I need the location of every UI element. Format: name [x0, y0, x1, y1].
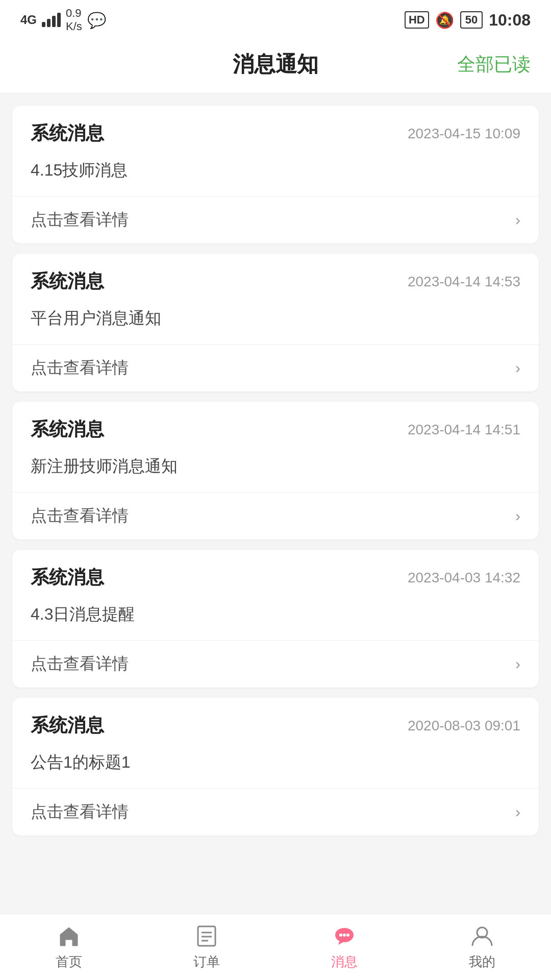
- notification-card-5: 系统消息 2020-08-03 09:01 公告1的标题1 点击查看详情 ›: [12, 698, 539, 836]
- card-body-5: 公告1的标题1: [12, 747, 539, 789]
- status-right: HD 🔕 50 10:08: [405, 11, 531, 30]
- chevron-right-icon: ›: [515, 507, 520, 525]
- network-speed: 0.9K/s: [66, 7, 82, 34]
- page-header: 消息通知 全部已读: [0, 36, 551, 93]
- tab-mine[interactable]: 我的: [413, 923, 551, 971]
- mine-icon: [469, 923, 495, 949]
- card-time-3: 2023-04-14 14:51: [408, 422, 520, 438]
- chevron-right-icon: ›: [515, 359, 520, 377]
- order-icon: [194, 923, 219, 949]
- clock-time: 10:08: [489, 11, 531, 30]
- card-time-5: 2020-08-03 09:01: [408, 718, 520, 734]
- card-header-5: 系统消息 2020-08-03 09:01: [12, 698, 539, 747]
- card-body-4: 4.3日消息提醒: [12, 599, 539, 641]
- card-time-2: 2023-04-14 14:53: [408, 274, 520, 290]
- home-icon: [56, 923, 82, 949]
- tab-message[interactable]: 消息: [276, 923, 413, 971]
- signal-bars: [42, 13, 61, 27]
- battery-icon: 50: [460, 11, 483, 29]
- card-title-4: 系统消息: [31, 565, 104, 590]
- svg-point-6: [343, 934, 346, 937]
- card-body-1: 4.15技师消息: [12, 155, 539, 197]
- card-time-1: 2023-04-15 10:09: [408, 126, 520, 142]
- tab-order[interactable]: 订单: [138, 923, 276, 971]
- tab-home[interactable]: 首页: [0, 923, 138, 971]
- tab-home-label: 首页: [56, 953, 82, 971]
- card-header-2: 系统消息 2023-04-14 14:53: [12, 254, 539, 303]
- tab-mine-label: 我的: [469, 953, 495, 971]
- notification-bell-icon: 🔕: [435, 11, 454, 29]
- notification-card-4: 系统消息 2023-04-03 14:32 4.3日消息提醒 点击查看详情 ›: [12, 550, 539, 688]
- notification-list: 系统消息 2023-04-15 10:09 4.15技师消息 点击查看详情 › …: [0, 93, 551, 907]
- card-action-label-5: 点击查看详情: [31, 801, 129, 823]
- card-body-2: 平台用户消息通知: [12, 303, 539, 345]
- card-action-label-4: 点击查看详情: [31, 653, 129, 675]
- tab-order-label: 订单: [193, 953, 220, 971]
- card-action-5[interactable]: 点击查看详情 ›: [12, 789, 539, 836]
- card-action-4[interactable]: 点击查看详情 ›: [12, 641, 539, 688]
- card-header-3: 系统消息 2023-04-14 14:51: [12, 402, 539, 451]
- card-action-label-2: 点击查看详情: [31, 357, 129, 379]
- card-header-4: 系统消息 2023-04-03 14:32: [12, 550, 539, 599]
- tab-bar: 首页 订单 消息: [0, 914, 551, 980]
- card-title-1: 系统消息: [31, 121, 104, 146]
- status-bar: 4G 0.9K/s 💬 HD 🔕 50 10:08: [0, 0, 551, 36]
- card-action-label-1: 点击查看详情: [31, 209, 129, 231]
- card-body-3: 新注册技师消息通知: [12, 451, 539, 493]
- card-action-3[interactable]: 点击查看详情 ›: [12, 493, 539, 540]
- status-left: 4G 0.9K/s 💬: [20, 7, 106, 34]
- notification-card-3: 系统消息 2023-04-14 14:51 新注册技师消息通知 点击查看详情 ›: [12, 402, 539, 540]
- chevron-right-icon: ›: [515, 211, 520, 229]
- tab-message-label: 消息: [331, 953, 358, 971]
- wechat-icon: 💬: [87, 11, 106, 29]
- chevron-right-icon: ›: [515, 655, 520, 673]
- card-title-5: 系统消息: [31, 713, 104, 738]
- mark-all-read-button[interactable]: 全部已读: [457, 52, 531, 77]
- page-title: 消息通知: [233, 50, 318, 79]
- card-action-1[interactable]: 点击查看详情 ›: [12, 197, 539, 243]
- hd-badge: HD: [405, 11, 429, 29]
- card-header-1: 系统消息 2023-04-15 10:09: [12, 106, 539, 155]
- notification-card-1: 系统消息 2023-04-15 10:09 4.15技师消息 点击查看详情 ›: [12, 106, 539, 243]
- card-action-label-3: 点击查看详情: [31, 505, 129, 527]
- chevron-right-icon: ›: [515, 803, 520, 821]
- notification-card-2: 系统消息 2023-04-14 14:53 平台用户消息通知 点击查看详情 ›: [12, 254, 539, 391]
- card-title-2: 系统消息: [31, 269, 104, 294]
- message-icon: [332, 923, 357, 949]
- card-action-2[interactable]: 点击查看详情 ›: [12, 345, 539, 391]
- card-time-4: 2023-04-03 14:32: [408, 570, 520, 586]
- card-title-3: 系统消息: [31, 417, 104, 442]
- svg-point-5: [339, 934, 342, 937]
- network-type: 4G: [20, 13, 37, 27]
- svg-point-7: [346, 934, 349, 937]
